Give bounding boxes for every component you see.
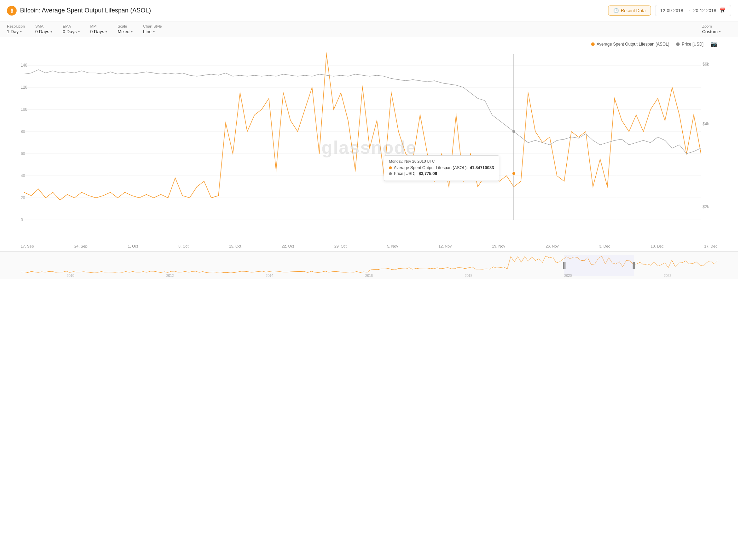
scale-label: Scale [117,24,133,28]
main-chart[interactable] [21,51,717,234]
scale-select[interactable]: Mixed ▾ [117,29,133,34]
mm-select[interactable]: 0 Days ▾ [90,29,107,34]
clock-icon: 🕐 [613,8,619,13]
ema-label: EMA [63,24,79,28]
minimap-label: 2010 [67,274,74,278]
chart-canvas-container: glassnode Monday, Nov 26 2018 UTC Averag… [0,47,738,248]
minimap-x-axis: 2010201220142016201820202022 [0,274,738,278]
date-end: 20-12-2018 [693,8,717,13]
resolution-control: Resolution 1 Day ▾ [7,24,25,34]
chart-area: Average Spent Output Lifespan (ASOL) Pri… [0,37,738,251]
chart-legend: Average Spent Output Lifespan (ASOL) Pri… [0,37,738,47]
chevron-down-icon: ▾ [153,30,155,33]
price-legend-dot [676,42,680,46]
minimap-label: 2012 [166,274,174,278]
minimap-label: 2022 [664,274,671,278]
chevron-down-icon: ▾ [131,30,133,33]
sma-select[interactable]: 0 Days ▾ [35,29,52,34]
asol-legend-item: Average Spent Output Lifespan (ASOL) [591,42,670,47]
chart-style-select[interactable]: Line ▾ [143,29,162,34]
camera-icon[interactable]: 📷 [710,41,717,47]
minimap-label: 2018 [465,274,472,278]
bitcoin-icon: ₿ [7,6,17,16]
chart-style-label: Chart Style [143,24,162,28]
minimap-label: 2020 [564,274,572,278]
scale-control: Scale Mixed ▾ [117,24,133,34]
chevron-down-icon: ▾ [78,30,80,33]
chevron-down-icon: ▾ [50,30,52,33]
page-title: Bitcoin: Average Spent Output Lifespan (… [20,7,151,14]
resolution-label: Resolution [7,24,25,28]
chevron-down-icon: ▾ [20,30,22,33]
recent-data-button[interactable]: 🕐 Recent Data [608,6,651,16]
asol-legend-label: Average Spent Output Lifespan (ASOL) [597,42,670,47]
chart-style-control: Chart Style Line ▾ [143,24,162,34]
header-left: ₿ Bitcoin: Average Spent Output Lifespan… [7,6,151,16]
resolution-select[interactable]: 1 Day ▾ [7,29,25,34]
calendar-icon: 📅 [719,7,726,14]
price-legend-item: Price [USD] [676,42,703,47]
date-start: 12-09-2018 [660,8,683,13]
zoom-select[interactable]: Custom ▾ [702,29,721,34]
minimap-area: 2010201220142016201820202022 [0,251,738,279]
sma-label: SMA [35,24,52,28]
date-arrow: → [686,8,691,13]
asol-legend-dot [591,42,595,46]
ema-control: EMA 0 Days ▾ [63,24,79,34]
minimap-label: 2014 [266,274,273,278]
chevron-down-icon: ▾ [105,30,107,33]
header-right: 🕐 Recent Data 12-09-2018 → 20-12-2018 📅 [608,5,731,16]
zoom-control: Zoom Custom ▾ [702,24,721,34]
mm-label: MM [90,24,107,28]
minimap-chart[interactable] [21,255,717,276]
zoom-label: Zoom [702,24,721,28]
sma-control: SMA 0 Days ▾ [35,24,52,34]
chevron-down-icon: ▾ [719,30,721,33]
toolbar: Resolution 1 Day ▾ SMA 0 Days ▾ EMA 0 Da… [0,21,738,37]
date-range-picker[interactable]: 12-09-2018 → 20-12-2018 📅 [655,5,731,16]
minimap-label: 2016 [365,274,373,278]
mm-control: MM 0 Days ▾ [90,24,107,34]
ema-select[interactable]: 0 Days ▾ [63,29,79,34]
header: ₿ Bitcoin: Average Spent Output Lifespan… [0,0,738,21]
price-legend-label: Price [USD] [682,42,703,47]
